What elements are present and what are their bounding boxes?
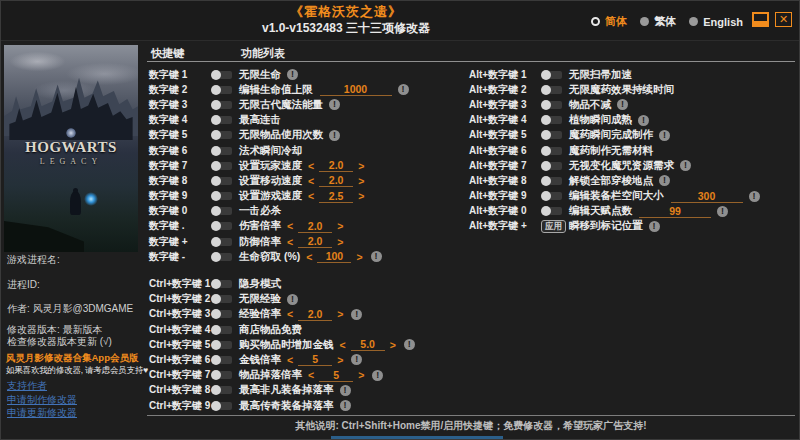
- toggle-knob: [541, 85, 551, 95]
- toggle-switch[interactable]: [211, 370, 232, 380]
- toggle-switch[interactable]: [541, 70, 562, 80]
- request-trainer-link[interactable]: 申请制作修改器: [7, 393, 77, 407]
- increment-arrow-icon[interactable]: >: [356, 190, 366, 202]
- language-option-simplified[interactable]: 简体: [591, 14, 627, 29]
- decrement-arrow-icon[interactable]: <: [285, 236, 295, 248]
- hotkey-label: 数字键 .: [149, 219, 211, 233]
- spinner-value[interactable]: 5: [298, 353, 332, 366]
- toggle-switch[interactable]: [211, 355, 232, 365]
- increment-arrow-icon[interactable]: >: [356, 160, 366, 172]
- toggle-switch[interactable]: [211, 146, 232, 156]
- decrement-arrow-icon[interactable]: <: [285, 220, 295, 232]
- toggle-switch[interactable]: [211, 191, 232, 201]
- hotkey-label: Ctrl+数字键 1: [149, 277, 211, 291]
- language-option-english[interactable]: English: [689, 16, 743, 28]
- request-update-link[interactable]: 申请更新修改器: [7, 406, 77, 420]
- spinner-value[interactable]: 2.0: [298, 220, 332, 233]
- value-input[interactable]: 300: [671, 190, 743, 203]
- increment-arrow-icon[interactable]: >: [388, 339, 398, 351]
- increment-arrow-icon[interactable]: >: [335, 354, 345, 366]
- increment-arrow-icon[interactable]: >: [335, 308, 345, 320]
- toggle-switch[interactable]: [211, 401, 232, 411]
- language-option-traditional[interactable]: 繁体: [640, 14, 676, 29]
- title-block: 《霍格沃茨之遗》 v1.0-v1532483 三十三项修改器: [46, 4, 646, 36]
- increment-arrow-icon[interactable]: >: [335, 236, 345, 248]
- toggle-switch[interactable]: [541, 206, 562, 216]
- toggle-switch[interactable]: [211, 130, 232, 140]
- toggle-knob: [541, 100, 551, 110]
- toggle-switch[interactable]: [541, 161, 562, 171]
- decrement-arrow-icon[interactable]: <: [306, 190, 316, 202]
- spinner-value[interactable]: 2.5: [319, 190, 353, 203]
- toggle-switch[interactable]: [541, 176, 562, 186]
- warning-icon: !: [617, 99, 628, 110]
- value-spinner: < 2.0 >: [285, 308, 345, 321]
- trainer-row: Alt+数字键 9 编辑装备栏空间大小 300 !: [469, 189, 799, 204]
- warning-icon: !: [372, 370, 383, 381]
- toggle-switch[interactable]: [211, 294, 232, 304]
- minimize-icon[interactable]: [752, 12, 769, 27]
- toggle-switch[interactable]: [211, 100, 232, 110]
- toggle-switch[interactable]: [211, 206, 232, 216]
- decrement-arrow-icon[interactable]: <: [306, 369, 316, 381]
- hotkey-label: Alt+数字键 1: [469, 68, 541, 82]
- spinner-value[interactable]: 2.0: [319, 174, 353, 187]
- support-author-link[interactable]: 支持作者: [7, 379, 47, 393]
- apply-button[interactable]: 应用: [541, 220, 566, 233]
- toggle-knob: [541, 70, 551, 80]
- close-icon[interactable]: ✕: [775, 12, 792, 27]
- trainer-row: Alt+数字键 3 物品不减 !: [469, 97, 799, 112]
- spinner-value[interactable]: 2.0: [319, 159, 353, 172]
- spinner-value[interactable]: 100: [317, 250, 351, 263]
- toggle-switch[interactable]: [211, 325, 232, 335]
- toggle-switch[interactable]: [541, 85, 562, 95]
- function-label: 编辑生命值上限: [239, 83, 313, 97]
- increment-arrow-icon[interactable]: >: [335, 220, 345, 232]
- trainer-row: 数字键 4 最高连击: [149, 113, 467, 128]
- toggle-switch[interactable]: [211, 115, 232, 125]
- spinner-value[interactable]: 5.0: [351, 338, 385, 351]
- warning-icon: !: [340, 400, 351, 411]
- decrement-arrow-icon[interactable]: <: [285, 354, 295, 366]
- toggle-switch[interactable]: [211, 161, 232, 171]
- warning-icon: !: [371, 251, 382, 262]
- increment-arrow-icon[interactable]: >: [354, 251, 364, 263]
- decrement-arrow-icon[interactable]: <: [306, 160, 316, 172]
- toggle-switch[interactable]: [211, 85, 232, 95]
- control-slot: [211, 100, 239, 110]
- decrement-arrow-icon[interactable]: <: [304, 251, 314, 263]
- increment-arrow-icon[interactable]: >: [356, 175, 366, 187]
- language-label: 简体: [605, 14, 627, 29]
- decrement-arrow-icon[interactable]: <: [285, 308, 295, 320]
- toggle-switch[interactable]: [541, 115, 562, 125]
- toggle-switch[interactable]: [211, 176, 232, 186]
- increment-arrow-icon[interactable]: >: [356, 369, 366, 381]
- trainer-version-title: v1.0-v1532483 三十三项修改器: [46, 21, 646, 37]
- spinner-value[interactable]: 2.0: [298, 308, 332, 321]
- hotkey-label: Ctrl+数字键 8: [149, 383, 211, 397]
- toggle-switch[interactable]: [211, 237, 232, 247]
- value-input[interactable]: 1000: [320, 83, 392, 96]
- toggle-knob: [211, 325, 221, 335]
- toggle-switch[interactable]: [211, 70, 232, 80]
- value-input[interactable]: 99: [639, 205, 711, 218]
- toggle-switch[interactable]: [211, 221, 232, 231]
- decrement-arrow-icon[interactable]: <: [338, 339, 348, 351]
- toggle-switch[interactable]: [211, 385, 232, 395]
- toggle-switch[interactable]: [541, 130, 562, 140]
- status-bar-text: 其他说明: Ctrl+Shift+Home禁用/启用快捷键；免费修改器，希望玩家…: [147, 419, 795, 433]
- decrement-arrow-icon[interactable]: <: [306, 175, 316, 187]
- toggle-knob: [541, 146, 551, 156]
- check-update-link[interactable]: 检查修改器版本更新 (√): [7, 335, 112, 349]
- toggle-switch[interactable]: [541, 146, 562, 156]
- toggle-switch[interactable]: [211, 279, 232, 289]
- value-spinner: < 2.0 >: [306, 159, 366, 172]
- spinner-value[interactable]: 2.0: [298, 235, 332, 248]
- toggle-switch[interactable]: [211, 309, 232, 319]
- spinner-value[interactable]: 5: [319, 369, 353, 382]
- toggle-switch[interactable]: [541, 191, 562, 201]
- toggle-switch[interactable]: [211, 340, 232, 350]
- toggle-switch[interactable]: [211, 252, 232, 262]
- hotkey-label: 数字键 4: [149, 113, 211, 127]
- toggle-switch[interactable]: [541, 100, 562, 110]
